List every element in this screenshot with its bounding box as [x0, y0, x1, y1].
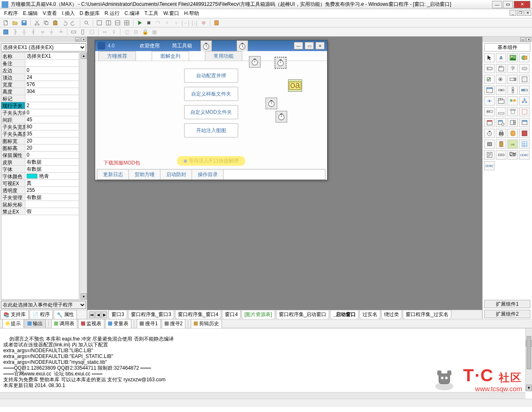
- design-minimize-button[interactable]: —: [294, 42, 303, 49]
- comp-datetime[interactable]: [496, 118, 506, 127]
- comp-tabcontrol[interactable]: [496, 96, 506, 105]
- doc-tab-0[interactable]: 窗口3: [108, 310, 127, 319]
- menu-insert[interactable]: I.插入: [59, 9, 77, 18]
- tab-support-lib[interactable]: 📚支持库: [0, 310, 29, 319]
- align-top-button[interactable]: ┯: [38, 28, 47, 36]
- bp-calltable[interactable]: 调用表: [51, 319, 77, 329]
- btn-start-inject[interactable]: 开始注入图图: [184, 123, 238, 137]
- prop-row-标记[interactable]: 标记: [1, 95, 79, 102]
- align-left-button[interactable]: ┣: [11, 28, 19, 36]
- save-button[interactable]: [20, 19, 28, 27]
- step-into-button[interactable]: [163, 19, 171, 27]
- prop-value[interactable]: 0: [25, 109, 79, 116]
- center-v-button[interactable]: ⊟: [132, 28, 140, 36]
- prop-value[interactable]: [25, 60, 79, 66]
- comp-shape[interactable]: [519, 53, 530, 62]
- single-window-button[interactable]: [95, 19, 103, 27]
- menu-database[interactable]: D.数据库: [77, 9, 102, 18]
- prop-value[interactable]: 选择夹EX1: [25, 53, 79, 59]
- scroll-up-icon[interactable]: ▲: [81, 52, 87, 59]
- menu-view[interactable]: V.查看: [40, 9, 59, 18]
- prop-row-皮肤[interactable]: 皮肤有数据: [1, 159, 79, 166]
- doc-tab-6[interactable]: _启动窗口: [330, 310, 359, 319]
- comp-hotkey[interactable]: Ctrl: [507, 150, 518, 159]
- prop-value[interactable]: 0: [25, 152, 79, 158]
- panel-pin-icon[interactable]: ▭: [75, 37, 80, 42]
- design-titlebar[interactable]: 4.0 欢迎使用 简工具箱 — ▭ ✕: [95, 40, 327, 51]
- palette-close-icon[interactable]: ✕: [526, 37, 531, 42]
- prop-value[interactable]: [25, 201, 79, 208]
- designer-canvas[interactable]: 4.0 欢迎使用 简工具箱 — ▭ ✕: [87, 37, 482, 319]
- comp-commondialog[interactable]: [519, 118, 530, 127]
- undo-button[interactable]: [60, 19, 69, 27]
- comp-printer[interactable]: [496, 129, 506, 138]
- tab-3[interactable]: 常用功能: [205, 51, 242, 61]
- maximize-button[interactable]: ▭: [503, 1, 513, 8]
- prop-row-现行子夹[interactable]: 现行子夹2: [1, 102, 79, 109]
- comp-radio[interactable]: [496, 75, 506, 84]
- design-close-button[interactable]: ✕: [315, 42, 325, 49]
- comp-button[interactable]: [519, 64, 530, 73]
- copy-button[interactable]: [42, 19, 50, 27]
- tab-program[interactable]: 📄程序: [30, 310, 53, 319]
- new-file-button[interactable]: [2, 19, 10, 27]
- prop-value[interactable]: 255: [25, 187, 79, 194]
- comp-hscroll[interactable]: [496, 86, 506, 95]
- bp-search2[interactable]: 搜寻2: [162, 319, 186, 329]
- grid-button[interactable]: [123, 19, 131, 27]
- menu-tools[interactable]: T.工具: [142, 9, 161, 18]
- tab-properties[interactable]: 🔧属性: [54, 310, 77, 319]
- bp-output[interactable]: 输出: [25, 319, 46, 329]
- doc-tab-8[interactable]: 绕过类: [381, 310, 402, 319]
- property-grid[interactable]: 名称选择夹EX1备注左边0顶边24宽度576高度304标记现行子夹2子夹头方向0…: [1, 52, 79, 300]
- event-selector-select[interactable]: 在此处选择加入事件处理子程序: [1, 301, 86, 309]
- prop-value[interactable]: 有数据: [25, 194, 79, 201]
- comp-label[interactable]: A: [496, 53, 506, 62]
- scroll-down-icon[interactable]: ▼: [81, 293, 87, 300]
- comp-vscroll[interactable]: [507, 86, 518, 95]
- comp-listview[interactable]: [484, 86, 495, 95]
- output-scroll-thumb[interactable]: [527, 336, 531, 369]
- align-middle-button[interactable]: ╪: [47, 28, 56, 36]
- menu-compile[interactable]: C.编译: [122, 9, 142, 18]
- run-button[interactable]: [135, 19, 144, 27]
- prop-value[interactable]: 0: [25, 67, 79, 74]
- timer-icon-1[interactable]: [200, 40, 212, 52]
- prop-row-左边[interactable]: 左边0: [1, 67, 79, 74]
- open-file-button[interactable]: [11, 19, 19, 27]
- bp-cliphistory[interactable]: 剪辑历史: [191, 319, 222, 329]
- prop-row-子夹管理[interactable]: 子夹管理有数据: [1, 194, 79, 201]
- bp-tips[interactable]: 提示: [2, 319, 24, 329]
- palette-cat-ext2[interactable]: 扩展组件2: [484, 310, 530, 318]
- split-v-button[interactable]: [113, 19, 122, 27]
- breakpoint-button[interactable]: [200, 19, 208, 27]
- btn-auto-config[interactable]: 自动配置并绑: [184, 69, 238, 83]
- prop-value[interactable]: 2: [25, 102, 79, 109]
- align-right-button[interactable]: ┫: [29, 28, 37, 36]
- comp-port[interactable]: [484, 140, 495, 149]
- object-selector-select[interactable]: 选择夹EX1 (选择夹EX): [1, 43, 86, 52]
- stop-button[interactable]: [145, 19, 153, 27]
- step-over2-button[interactable]: {→}: [181, 19, 190, 27]
- menu-program[interactable]: F.程序: [2, 9, 20, 18]
- prop-row-鼠标光标[interactable]: 鼠标光标: [1, 201, 79, 208]
- prop-value[interactable]: 304: [25, 88, 79, 95]
- center-h-button[interactable]: ◫: [123, 28, 131, 36]
- event-selector[interactable]: 在此处选择加入事件处理子程序: [1, 301, 86, 309]
- prop-row-子夹头方向[interactable]: 子夹头方向0: [1, 109, 79, 116]
- palette-cat-ext1[interactable]: 扩展组件1: [484, 300, 530, 308]
- panel-close-icon[interactable]: ✕: [81, 37, 86, 42]
- prop-value[interactable]: 20: [25, 137, 79, 144]
- timer-icon-6[interactable]: [276, 111, 287, 123]
- output-pane[interactable]: 勿谓言之不预也 本库和 eapi.fne 冲突 尽量避免混合使用 否则不能静态编…: [0, 328, 532, 399]
- menu-window[interactable]: W.窗口: [161, 9, 182, 18]
- doc-tab-9[interactable]: 窗口程序集_过实名: [403, 310, 451, 319]
- lock-button[interactable]: 🔒: [141, 28, 149, 36]
- prop-row-高度[interactable]: 高度304: [1, 88, 79, 95]
- cut-button[interactable]: [33, 19, 41, 27]
- align-center-button[interactable]: ╬: [20, 28, 28, 36]
- palette-cat-basic[interactable]: 基本组件: [484, 43, 530, 52]
- prop-value[interactable]: 20: [25, 145, 79, 151]
- prop-value[interactable]: 真: [25, 180, 79, 186]
- comp-ole[interactable]: oa: [507, 140, 518, 149]
